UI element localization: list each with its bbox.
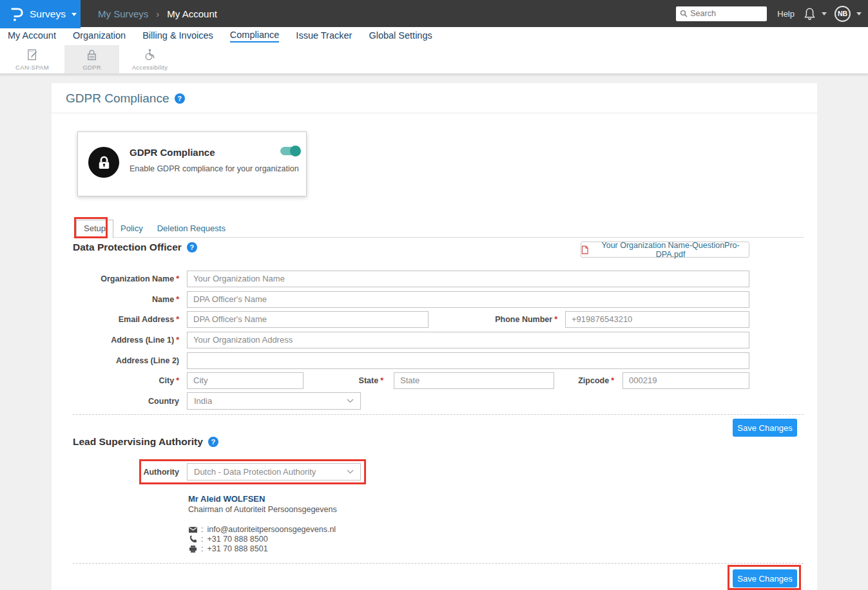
phone-input[interactable] xyxy=(565,311,749,328)
address1-input[interactable] xyxy=(187,332,749,348)
name-label: Name* xyxy=(73,295,179,304)
address2-input[interactable] xyxy=(187,352,749,369)
required-marker: * xyxy=(176,274,179,283)
label-text: Address (Line 1) xyxy=(111,336,174,345)
tab-compliance[interactable]: Compliance xyxy=(230,30,280,43)
dpa-pdf-download-button[interactable]: Your Organization Name-QuestionPro-DPA.p… xyxy=(581,242,749,258)
gdpr-enable-toggle[interactable] xyxy=(280,147,300,155)
label-text: City xyxy=(159,376,175,385)
state-input[interactable] xyxy=(394,372,554,389)
authority-email: info@autoriteitpersoonsgegevens.nl xyxy=(207,525,336,534)
lsa-save-button[interactable]: Save Changes xyxy=(733,569,797,587)
chevron-down-icon xyxy=(347,470,354,474)
organization-name-input[interactable] xyxy=(187,271,749,287)
tab-global-settings[interactable]: Global Settings xyxy=(369,30,432,42)
address2-row: Address (Line 2) xyxy=(73,352,749,369)
product-switcher[interactable]: Surveys xyxy=(0,0,81,28)
subtab-label: GDPR xyxy=(82,64,101,71)
email-input[interactable] xyxy=(187,311,429,328)
chevron-down-icon xyxy=(856,12,862,15)
separator: : xyxy=(201,525,203,534)
gdpr-toggle-card: GDPR Compliance Enable GDPR compliance f… xyxy=(77,131,307,196)
page-title-text: GDPR Compliance xyxy=(66,91,169,106)
top-right-cluster: Help NB xyxy=(676,0,862,27)
search-input[interactable] xyxy=(690,9,761,18)
bell-icon xyxy=(804,7,816,21)
state-label: State* xyxy=(304,376,383,385)
organization-name-label: Organization Name* xyxy=(73,274,179,283)
tab-organization[interactable]: Organization xyxy=(73,30,126,42)
authority-fax-line: : +31 70 888 8501 xyxy=(188,544,268,553)
label-text: Email Address xyxy=(119,315,174,324)
city-input[interactable] xyxy=(187,372,304,389)
authority-label: Authority xyxy=(73,468,179,477)
tab-policy[interactable]: Policy xyxy=(113,220,150,238)
dpo-save-button[interactable]: Save Changes xyxy=(733,419,797,437)
city-label: City* xyxy=(73,376,179,385)
required-marker: * xyxy=(611,376,614,385)
search-box[interactable] xyxy=(676,6,767,21)
label-text: State xyxy=(359,376,379,385)
dpo-heading-text: Data Protection Officer xyxy=(73,242,182,253)
avatar: NB xyxy=(834,6,851,22)
subtab-accessibility[interactable]: Accessibility xyxy=(119,45,180,73)
subtab-label: CAN-SPAM xyxy=(15,64,49,71)
breadcrumb-my-surveys[interactable]: My Surveys xyxy=(98,8,148,19)
name-input[interactable] xyxy=(187,291,749,308)
subtab-gdpr[interactable]: GDPR xyxy=(64,45,119,73)
compliance-sub-tabs: CAN-SPAM GDPR Accessibility xyxy=(0,45,868,74)
zipcode-input[interactable] xyxy=(622,372,749,389)
label-text: Zipcode xyxy=(578,376,609,385)
phone-label: Phone Number* xyxy=(429,315,557,324)
pdf-button-label: Your Organization Name-QuestionPro-DPA.p… xyxy=(592,241,749,259)
toggle-knob xyxy=(290,146,301,157)
label-text: Address (Line 2) xyxy=(116,356,179,365)
search-icon xyxy=(680,10,688,17)
tab-deletion-requests[interactable]: Deletion Requests xyxy=(150,220,233,238)
lsa-heading: Lead Supervising Authority ? xyxy=(73,436,218,448)
lock-icon xyxy=(97,155,111,171)
tab-billing-invoices[interactable]: Billing & Invoices xyxy=(142,30,213,42)
email-label: Email Address* xyxy=(73,315,179,324)
wheelchair-icon xyxy=(143,48,157,62)
label-text: Phone Number xyxy=(495,315,552,324)
tab-issue-tracker[interactable]: Issue Tracker xyxy=(296,30,352,42)
required-marker: * xyxy=(176,315,179,324)
document-pencil-icon xyxy=(26,48,39,62)
divider xyxy=(73,414,804,415)
address1-label: Address (Line 1)* xyxy=(73,336,179,345)
country-select[interactable]: India xyxy=(187,392,361,410)
subtab-label: Accessibility xyxy=(132,64,168,71)
address1-row: Address (Line 1)* xyxy=(73,331,749,348)
product-label: Surveys xyxy=(30,8,66,20)
authority-fax: +31 70 888 8501 xyxy=(207,544,267,553)
lock-badge xyxy=(88,147,119,178)
account-menu[interactable]: NB xyxy=(834,6,862,22)
notifications-menu[interactable] xyxy=(804,7,827,21)
required-marker: * xyxy=(176,295,179,304)
tab-setup[interactable]: Setup xyxy=(76,220,113,238)
tab-my-account[interactable]: My Account xyxy=(8,30,56,42)
top-bar: My Surveys › My Account Help NB xyxy=(0,0,868,27)
required-marker: * xyxy=(176,336,179,345)
chevron-down-icon xyxy=(822,12,827,15)
help-icon[interactable]: ? xyxy=(208,437,218,447)
divider xyxy=(73,563,804,564)
authority-selected-value: Dutch - Data Protection Authority xyxy=(194,467,316,477)
authority-row: Authority Dutch - Data Protection Author… xyxy=(73,463,749,481)
chevron-down-icon xyxy=(347,399,354,403)
gdpr-section-tabs: Setup Policy Deletion Requests xyxy=(76,220,233,238)
help-icon[interactable]: ? xyxy=(187,242,197,252)
breadcrumb: My Surveys › My Account xyxy=(98,0,217,27)
authority-select[interactable]: Dutch - Data Protection Authority xyxy=(187,463,361,481)
label-text: Country xyxy=(148,397,179,406)
authority-contact-role: Chairman of Autoriteit Persoonsgegevens xyxy=(188,505,337,514)
label-text: Organization Name xyxy=(101,274,174,283)
questionpro-logo-icon xyxy=(10,6,23,23)
help-icon[interactable]: ? xyxy=(175,93,185,104)
help-link[interactable]: Help xyxy=(777,9,795,19)
divider xyxy=(73,237,804,238)
subtab-can-spam[interactable]: CAN-SPAM xyxy=(0,45,64,73)
authority-phone: +31 70 888 8500 xyxy=(207,535,267,544)
phone-icon xyxy=(189,535,197,543)
